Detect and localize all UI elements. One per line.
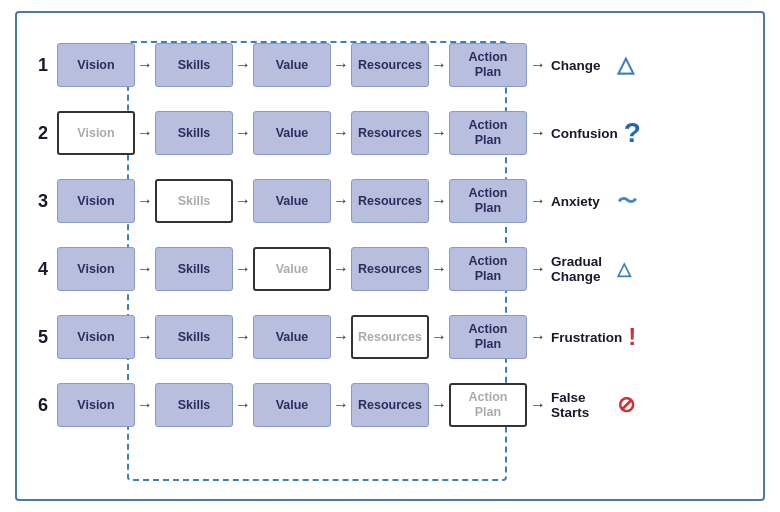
cell-2-1: Skills bbox=[155, 179, 233, 223]
outcome-5: False Starts⊘ bbox=[551, 390, 635, 420]
outcome-arrow-1: → bbox=[527, 124, 549, 142]
cell-5-0: Vision bbox=[57, 383, 135, 427]
arrow-2-0: → bbox=[135, 192, 155, 210]
arrow-4-3: → bbox=[429, 328, 449, 346]
row-number-6: 6 bbox=[29, 395, 57, 416]
outcome-label-4: Frustration bbox=[551, 330, 622, 345]
row-3: 3Vision→Skills→Value→Resources→Action Pl… bbox=[29, 167, 751, 235]
row-4: 4Vision→Skills→Value→Resources→Action Pl… bbox=[29, 235, 751, 303]
arrow-1-3: → bbox=[429, 124, 449, 142]
outcome-icon-5: ⊘ bbox=[617, 392, 635, 418]
outcome-icon-3: △ bbox=[617, 258, 631, 280]
row-1: 1Vision→Skills→Value→Resources→Action Pl… bbox=[29, 31, 751, 99]
cell-1-0: Vision bbox=[57, 111, 135, 155]
cell-4-0: Vision bbox=[57, 315, 135, 359]
cell-0-1: Skills bbox=[155, 43, 233, 87]
outcome-0: Change△ bbox=[551, 52, 634, 78]
row-number-5: 5 bbox=[29, 327, 57, 348]
cell-1-1: Skills bbox=[155, 111, 233, 155]
arrow-5-1: → bbox=[233, 396, 253, 414]
arrow-4-0: → bbox=[135, 328, 155, 346]
arrow-3-0: → bbox=[135, 260, 155, 278]
row-number-4: 4 bbox=[29, 259, 57, 280]
rows-container: 1Vision→Skills→Value→Resources→Action Pl… bbox=[29, 23, 751, 439]
outcome-label-1: Confusion bbox=[551, 126, 618, 141]
arrow-1-1: → bbox=[233, 124, 253, 142]
row-number-1: 1 bbox=[29, 55, 57, 76]
cell-5-2: Value bbox=[253, 383, 331, 427]
arrow-2-3: → bbox=[429, 192, 449, 210]
outcome-arrow-3: → bbox=[527, 260, 549, 278]
arrow-0-0: → bbox=[135, 56, 155, 74]
cell-3-3: Resources bbox=[351, 247, 429, 291]
row-number-3: 3 bbox=[29, 191, 57, 212]
outcome-3: Gradual Change△ bbox=[551, 254, 631, 284]
cell-0-3: Resources bbox=[351, 43, 429, 87]
arrow-4-2: → bbox=[331, 328, 351, 346]
diagram-container: 1Vision→Skills→Value→Resources→Action Pl… bbox=[15, 11, 765, 501]
arrow-5-2: → bbox=[331, 396, 351, 414]
cell-0-2: Value bbox=[253, 43, 331, 87]
arrow-2-1: → bbox=[233, 192, 253, 210]
cell-5-4: Action Plan bbox=[449, 383, 527, 427]
cell-5-3: Resources bbox=[351, 383, 429, 427]
cell-3-2: Value bbox=[253, 247, 331, 291]
row-5: 5Vision→Skills→Value→Resources→Action Pl… bbox=[29, 303, 751, 371]
cell-1-3: Resources bbox=[351, 111, 429, 155]
cell-4-4: Action Plan bbox=[449, 315, 527, 359]
arrow-3-1: → bbox=[233, 260, 253, 278]
cell-1-2: Value bbox=[253, 111, 331, 155]
cell-2-3: Resources bbox=[351, 179, 429, 223]
outcome-icon-0: △ bbox=[617, 52, 634, 78]
outcome-icon-4: ! bbox=[628, 323, 636, 351]
cell-2-2: Value bbox=[253, 179, 331, 223]
cell-4-2: Value bbox=[253, 315, 331, 359]
outcome-label-3: Gradual Change bbox=[551, 254, 611, 284]
arrow-2-2: → bbox=[331, 192, 351, 210]
outcome-icon-2: 〜 bbox=[617, 188, 637, 215]
cell-4-3: Resources bbox=[351, 315, 429, 359]
outcome-arrow-0: → bbox=[527, 56, 549, 74]
row-6: 6Vision→Skills→Value→Resources→Action Pl… bbox=[29, 371, 751, 439]
cell-4-1: Skills bbox=[155, 315, 233, 359]
outcome-2: Anxiety〜 bbox=[551, 188, 637, 215]
cell-3-4: Action Plan bbox=[449, 247, 527, 291]
outcome-arrow-2: → bbox=[527, 192, 549, 210]
cell-3-0: Vision bbox=[57, 247, 135, 291]
cell-3-1: Skills bbox=[155, 247, 233, 291]
outcome-4: Frustration! bbox=[551, 323, 636, 351]
arrow-1-2: → bbox=[331, 124, 351, 142]
arrow-0-1: → bbox=[233, 56, 253, 74]
arrow-4-1: → bbox=[233, 328, 253, 346]
row-2: 2Vision→Skills→Value→Resources→Action Pl… bbox=[29, 99, 751, 167]
outcome-icon-1: ? bbox=[624, 117, 641, 149]
arrow-5-0: → bbox=[135, 396, 155, 414]
cell-5-1: Skills bbox=[155, 383, 233, 427]
cell-1-4: Action Plan bbox=[449, 111, 527, 155]
arrow-0-2: → bbox=[331, 56, 351, 74]
outcome-label-2: Anxiety bbox=[551, 194, 611, 209]
outcome-1: Confusion? bbox=[551, 117, 641, 149]
arrow-1-0: → bbox=[135, 124, 155, 142]
outcome-arrow-5: → bbox=[527, 396, 549, 414]
arrow-5-3: → bbox=[429, 396, 449, 414]
outcome-label-5: False Starts bbox=[551, 390, 611, 420]
arrow-0-3: → bbox=[429, 56, 449, 74]
cell-2-4: Action Plan bbox=[449, 179, 527, 223]
cell-2-0: Vision bbox=[57, 179, 135, 223]
outcome-arrow-4: → bbox=[527, 328, 549, 346]
cell-0-4: Action Plan bbox=[449, 43, 527, 87]
cell-0-0: Vision bbox=[57, 43, 135, 87]
outcome-label-0: Change bbox=[551, 58, 611, 73]
arrow-3-2: → bbox=[331, 260, 351, 278]
row-number-2: 2 bbox=[29, 123, 57, 144]
arrow-3-3: → bbox=[429, 260, 449, 278]
